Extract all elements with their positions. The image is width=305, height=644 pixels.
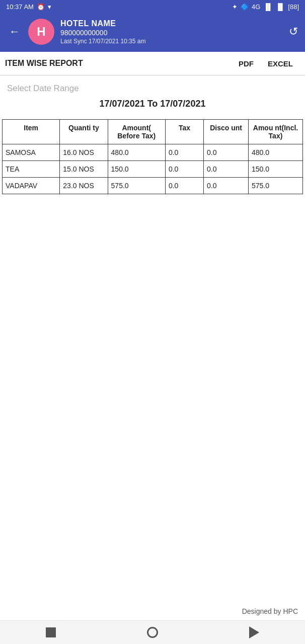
- cell-amount-incl-tax: 480.0: [248, 144, 302, 161]
- nav-bar: [0, 620, 305, 644]
- table-row: VADAPAV 23.0 NOS 575.0 0.0 0.0 575.0: [3, 178, 303, 194]
- wifi-icon: 🔷: [241, 3, 249, 11]
- circle-icon: [147, 627, 158, 638]
- cell-item: VADAPAV: [3, 178, 60, 194]
- col-header-amount-before-tax: Amount( Before Tax): [108, 120, 165, 144]
- phone-number: 980000000000: [60, 29, 283, 37]
- hotel-name: HOTEL NAME: [60, 19, 283, 28]
- cell-quantity: 23.0 NOS: [60, 178, 108, 194]
- col-header-quantity: Quanti ty: [60, 120, 108, 144]
- bluetooth-icon: ✦: [232, 3, 238, 11]
- refresh-button[interactable]: ↺: [289, 25, 298, 38]
- item-wise-report-table: Item Quanti ty Amount( Before Tax) Tax D…: [2, 119, 303, 194]
- triangle-icon: [249, 626, 259, 638]
- pdf-button[interactable]: PDF: [232, 59, 261, 68]
- col-header-item: Item: [3, 120, 60, 144]
- col-header-tax: Tax: [165, 120, 203, 144]
- cell-item: TEA: [3, 161, 60, 178]
- cell-amount-before-tax: 575.0: [108, 178, 165, 194]
- cell-discount: 0.0: [204, 144, 249, 161]
- alarm-icon: ⏰: [37, 3, 45, 11]
- date-range-section: Select Date Range 17/07/2021 To 17/07/20…: [0, 75, 305, 119]
- app-header: ← H HOTEL NAME 980000000000 Last Sync 17…: [0, 14, 305, 52]
- header-info: HOTEL NAME 980000000000 Last Sync 17/07/…: [60, 19, 283, 45]
- title-bar: ITEM WISE REPORT PDF EXCEL: [0, 52, 305, 75]
- square-icon: [46, 627, 56, 637]
- network-4g-icon: 4G: [252, 3, 260, 11]
- cell-amount-incl-tax: 575.0: [248, 178, 302, 194]
- table-row: SAMOSA 16.0 NOS 480.0 0.0 0.0 480.0: [3, 144, 303, 161]
- excel-button[interactable]: EXCEL: [261, 59, 300, 68]
- cell-discount: 0.0: [204, 161, 249, 178]
- col-header-discount: Disco unt: [204, 120, 249, 144]
- cell-amount-incl-tax: 150.0: [248, 161, 302, 178]
- cell-tax: 0.0: [165, 161, 203, 178]
- signal-bars2-icon: ▐▌: [276, 3, 285, 11]
- date-range-value: 17/07/2021 To 17/07/2021: [7, 99, 298, 109]
- table-header-row: Item Quanti ty Amount( Before Tax) Tax D…: [3, 120, 303, 144]
- table-row: TEA 15.0 NOS 150.0 0.0 0.0 150.0: [3, 161, 303, 178]
- col-header-amount-incl-tax: Amou nt(Incl. Tax): [248, 120, 302, 144]
- date-range-label[interactable]: Select Date Range: [7, 84, 298, 94]
- time-display: 10:37 AM: [6, 3, 34, 11]
- avatar: H: [28, 19, 54, 45]
- status-bar: 10:37 AM ⏰ ▾ ✦ 🔷 4G ▐▌ ▐▌ [88]: [0, 0, 305, 14]
- signal-icon: ▾: [48, 3, 51, 11]
- cell-amount-before-tax: 480.0: [108, 144, 165, 161]
- designer-credit: Designed by HPC: [242, 607, 298, 615]
- cell-quantity: 16.0 NOS: [60, 144, 108, 161]
- status-left: 10:37 AM ⏰ ▾: [6, 3, 51, 11]
- footer: Designed by HPC: [0, 597, 305, 620]
- nav-square-button[interactable]: [44, 626, 57, 639]
- nav-back-button[interactable]: [248, 626, 261, 639]
- battery-icon: [88]: [288, 3, 299, 11]
- back-button[interactable]: ←: [7, 23, 22, 40]
- nav-home-button[interactable]: [146, 626, 159, 639]
- cell-discount: 0.0: [204, 178, 249, 194]
- cell-quantity: 15.0 NOS: [60, 161, 108, 178]
- last-sync: Last Sync 17/07/2021 10:35 am: [60, 38, 283, 45]
- signal-bars-icon: ▐▌: [263, 3, 272, 11]
- cell-tax: 0.0: [165, 178, 203, 194]
- status-right: ✦ 🔷 4G ▐▌ ▐▌ [88]: [232, 3, 299, 11]
- cell-tax: 0.0: [165, 144, 203, 161]
- cell-item: SAMOSA: [3, 144, 60, 161]
- report-table-container: Item Quanti ty Amount( Before Tax) Tax D…: [0, 119, 305, 194]
- cell-amount-before-tax: 150.0: [108, 161, 165, 178]
- page-title: ITEM WISE REPORT: [5, 59, 232, 68]
